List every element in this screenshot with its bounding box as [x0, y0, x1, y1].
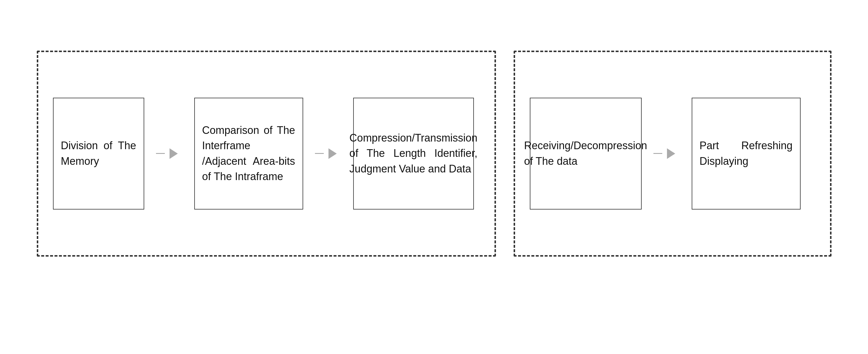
arrow-head-2 [324, 148, 341, 159]
comparison-box: Comparison of The Interframe /Adjacent A… [194, 98, 303, 210]
right-group: Receiving/Decompression of The data Part… [514, 51, 832, 257]
part-box: Part Refreshing Displaying [692, 98, 801, 210]
left-group: Division of The Memory Comparison of The… [37, 51, 496, 257]
compression-box: Compression/Transmission of The Length I… [353, 98, 474, 210]
receiving-box: Receiving/Decompression of The data [530, 98, 642, 210]
arrow-head-1 [165, 148, 183, 159]
arrow-head-3 [662, 148, 680, 159]
arrow-line-2 [315, 153, 324, 154]
diagram-container: Division of The Memory Comparison of The… [22, 33, 846, 321]
arrow-3 [653, 148, 680, 159]
arrow-line-1 [156, 153, 165, 154]
arrow-1 [156, 148, 183, 159]
division-box: Division of The Memory [53, 98, 144, 210]
arrow-line-3 [653, 153, 662, 154]
arrow-2 [315, 148, 341, 159]
